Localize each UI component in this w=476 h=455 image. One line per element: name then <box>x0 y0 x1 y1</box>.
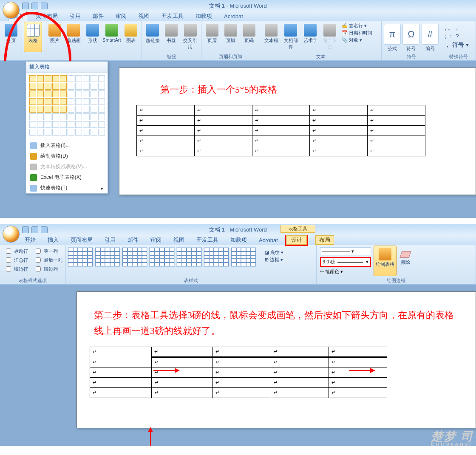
tab-references-2[interactable]: 引用 <box>101 235 119 245</box>
table-cell[interactable]: ↵ <box>271 387 329 398</box>
tab-design[interactable]: 设计 <box>286 235 307 245</box>
table-cell[interactable]: ↵ <box>329 377 387 387</box>
qat-undo-icon-2[interactable] <box>31 226 38 233</box>
table-cell[interactable]: ↵ <box>252 105 310 116</box>
chk-banded-row[interactable]: 镶边行 镶边列 <box>4 265 62 273</box>
tab-mailings[interactable]: 邮件 <box>89 11 107 21</box>
header-button[interactable]: 页眉 <box>203 22 221 52</box>
tab-review[interactable]: 审阅 <box>112 11 130 21</box>
grid-cell[interactable] <box>29 129 36 136</box>
grid-cell[interactable] <box>91 90 97 97</box>
grid-cell[interactable] <box>60 129 67 136</box>
dd-excel[interactable]: Excel 电子表格(X) <box>26 172 108 183</box>
grid-cell[interactable] <box>60 83 67 90</box>
grid-cell[interactable] <box>91 121 97 128</box>
grid-cell[interactable] <box>75 98 82 105</box>
grid-cell[interactable] <box>37 75 44 82</box>
table-cell[interactable]: ↵ <box>90 347 152 357</box>
chk-total-row[interactable]: 汇总行 最后一列 <box>4 256 62 264</box>
table-cell[interactable]: ↵ <box>90 357 152 367</box>
table-cell[interactable]: ↵ <box>368 136 425 146</box>
tab-dev-2[interactable]: 开发工具 <box>193 235 222 245</box>
qat-redo-icon-2[interactable] <box>41 226 48 233</box>
bookmark-button[interactable]: 书签 <box>162 22 180 52</box>
grid-cell[interactable] <box>68 129 74 136</box>
footer-button[interactable]: 页脚 <box>222 22 240 52</box>
grid-cell[interactable] <box>91 75 97 82</box>
dd-insert-table[interactable]: 插入表格(I)... <box>26 140 108 151</box>
grid-cell[interactable] <box>45 106 51 113</box>
grid-cell[interactable] <box>98 90 105 97</box>
qat-redo-icon[interactable] <box>41 3 48 9</box>
grid-cell[interactable] <box>52 98 59 105</box>
grid-cell[interactable] <box>75 113 82 120</box>
tab-view-2[interactable]: 视图 <box>170 235 188 245</box>
table-cell[interactable]: ↵ <box>213 347 271 357</box>
table-style-thumb[interactable] <box>149 247 175 267</box>
tab-references[interactable]: 引用 <box>66 11 84 21</box>
grid-cell[interactable] <box>98 83 105 90</box>
office-button-2[interactable] <box>3 226 20 243</box>
grid-cell[interactable] <box>91 113 97 120</box>
table-cell[interactable]: ↵ <box>329 387 387 398</box>
table-cell[interactable]: ↵ <box>271 377 329 387</box>
grid-cell[interactable] <box>45 129 51 136</box>
grid-cell[interactable] <box>91 98 97 105</box>
signature-line-button[interactable]: ✍ 签名行 ▾ <box>342 23 372 29</box>
wordart-button[interactable]: 艺术字 <box>301 22 320 52</box>
grid-cell[interactable] <box>91 106 97 113</box>
tab-mailings-2[interactable]: 邮件 <box>124 235 142 245</box>
shapes-button[interactable]: 形状 <box>84 22 102 52</box>
grid-cell[interactable] <box>45 113 51 120</box>
grid-cell[interactable] <box>29 90 36 97</box>
grid-cell[interactable] <box>37 129 44 136</box>
picture-button[interactable]: 图片 <box>46 22 64 52</box>
qat-undo-icon[interactable] <box>31 3 38 9</box>
table-cell[interactable]: ↵ <box>90 387 152 398</box>
dd-quick-tables[interactable]: 快速表格(T)▸ <box>26 183 108 193</box>
grid-cell[interactable] <box>68 121 74 128</box>
table-cell[interactable]: ↵ <box>151 377 213 387</box>
grid-cell[interactable] <box>29 106 36 113</box>
table-cell[interactable]: ↵ <box>213 377 271 387</box>
grid-cell[interactable] <box>98 98 105 105</box>
qat-save-icon[interactable] <box>22 3 29 9</box>
dd-draw-table[interactable]: 绘制表格(D) <box>26 151 108 161</box>
grid-cell[interactable] <box>52 90 59 97</box>
chart-button[interactable]: 图表 <box>122 22 140 52</box>
border-button[interactable]: ⊞ 边框 ▾ <box>265 257 283 263</box>
table-cell[interactable]: ↵ <box>368 126 425 136</box>
table-cell[interactable]: ↵ <box>194 136 252 146</box>
grid-cell[interactable] <box>37 121 44 128</box>
grid-cell[interactable] <box>52 113 59 120</box>
table-cell[interactable]: ↵ <box>310 116 368 126</box>
grid-cell[interactable] <box>91 129 97 136</box>
grid-cell[interactable] <box>37 98 44 105</box>
equation-button[interactable]: π公式 <box>383 22 401 52</box>
table-cell[interactable]: ↵ <box>368 116 425 126</box>
table-style-thumb[interactable] <box>231 247 256 267</box>
grid-cell[interactable] <box>45 83 51 90</box>
tab-dev-tools[interactable]: 开发工具 <box>158 11 187 21</box>
grid-cell[interactable] <box>60 90 67 97</box>
table-cell[interactable]: ↵ <box>137 136 195 146</box>
grid-cell[interactable] <box>75 121 82 128</box>
quickparts-button[interactable]: 文档部件 <box>281 22 300 52</box>
tab-page-layout-2[interactable]: 页面布局 <box>67 235 96 245</box>
table-size-grid[interactable] <box>26 73 108 138</box>
shading-button[interactable]: ◪ 底纹 ▾ <box>265 249 283 256</box>
table-cell[interactable]: ↵ <box>310 126 368 136</box>
grid-cell[interactable] <box>60 98 67 105</box>
tab-layout[interactable]: 布局 <box>315 235 334 245</box>
grid-cell[interactable] <box>29 83 36 90</box>
number-button[interactable]: #编号 <box>421 22 439 52</box>
table-cell[interactable]: ↵ <box>252 146 310 156</box>
grid-cell[interactable] <box>37 83 44 90</box>
table-cell[interactable]: ↵ <box>213 357 271 367</box>
table-cell[interactable]: ↵ <box>213 387 271 398</box>
table-cell[interactable]: ↵ <box>271 367 329 377</box>
grid-cell[interactable] <box>98 129 105 136</box>
table-cell[interactable]: ↵ <box>151 357 213 367</box>
grid-cell[interactable] <box>45 90 51 97</box>
grid-cell[interactable] <box>45 75 51 82</box>
